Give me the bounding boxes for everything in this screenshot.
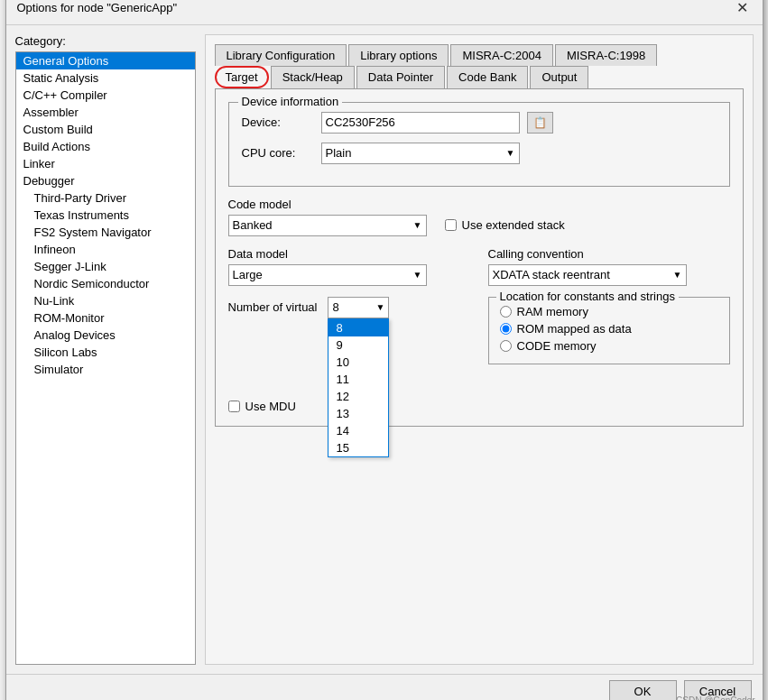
sidebar-item-nu-link[interactable]: Nu-Link — [16, 292, 195, 309]
num-virtual-row: Number of virtual 8 ▼ 8 9 10 — [228, 297, 470, 318]
device-browse-button[interactable]: 📋 — [527, 112, 553, 134]
radio-rom-label: ROM mapped as data — [517, 322, 632, 336]
sidebar-item-nordic-semiconductor[interactable]: Nordic Semiconductor — [16, 275, 195, 292]
dialog-footer: OK Cancel — [6, 674, 763, 701]
num-virtual-dropdown-container: 8 ▼ 8 9 10 11 12 13 14 — [328, 297, 389, 318]
use-extended-stack-row: Use extended stack — [445, 218, 565, 232]
radio-code-row: CODE memory — [500, 339, 718, 353]
tab2-stack/heap[interactable]: Stack/Heap — [271, 66, 355, 88]
location-legend: Location for constants and strings — [496, 290, 679, 303]
virtual-location-row: Number of virtual 8 ▼ 8 9 10 — [228, 297, 730, 413]
category-label: Category: — [15, 34, 196, 48]
dialog-body: Category: General OptionsStatic Analysis… — [6, 25, 763, 674]
sidebar-item-linker[interactable]: Linker — [16, 155, 195, 172]
sidebar-item-analog-devices[interactable]: Analog Devices — [16, 327, 195, 344]
watermark: CSDN @GenCoder — [676, 695, 754, 701]
tab2-code-bank[interactable]: Code Bank — [447, 66, 528, 88]
radio-ram-label: RAM memory — [517, 305, 588, 318]
sidebar-item-texas-instruments[interactable]: Texas Instruments — [16, 207, 195, 224]
sidebar: Category: General OptionsStatic Analysis… — [15, 34, 196, 665]
data-model-label: Data model — [228, 247, 470, 261]
num-virtual-list: 8 9 10 11 12 13 14 15 — [328, 318, 389, 457]
calling-conv-dropdown[interactable]: XDATA stack reentrant ▼ — [488, 264, 687, 286]
use-extended-stack-label: Use extended stack — [462, 218, 565, 232]
tab2-data-pointer[interactable]: Data Pointer — [356, 66, 445, 88]
tab-content: Device information Device: 📋 CPU core: P… — [215, 88, 744, 427]
sidebar-item-simulator[interactable]: Simulator — [16, 361, 195, 378]
code-model-label: Code model — [228, 198, 730, 211]
sidebar-list: General OptionsStatic AnalysisC/C++ Comp… — [15, 51, 196, 665]
sidebar-item-silicon-labs[interactable]: Silicon Labs — [16, 344, 195, 361]
tab-library-configuration[interactable]: Library Configuration — [215, 44, 347, 66]
sidebar-item-build-actions[interactable]: Build Actions — [16, 138, 195, 155]
calling-conv-arrow: ▼ — [673, 270, 682, 280]
cpu-core-field-row: CPU core: Plain ▼ — [242, 143, 717, 164]
sidebar-item-static-analysis[interactable]: Static Analysis — [16, 69, 195, 87]
device-info-legend: Device information — [238, 95, 343, 108]
location-section: Location for constants and strings RAM m… — [488, 297, 730, 373]
cpu-core-label: CPU core: — [242, 146, 314, 160]
radio-code-label: CODE memory — [517, 339, 597, 353]
sidebar-item-infineon[interactable]: Infineon — [16, 241, 195, 258]
num-virtual-arrow: ▼ — [376, 302, 385, 312]
radio-ram[interactable] — [500, 306, 512, 318]
sidebar-item-rom-monitor[interactable]: ROM-Monitor — [16, 309, 195, 327]
ok-button[interactable]: OK — [609, 680, 677, 701]
dialog-title: Options for node "GenericApp" — [17, 1, 178, 14]
device-field-row: Device: 📋 — [242, 112, 717, 134]
options-dialog: Options for node "GenericApp" ✕ Category… — [5, 0, 763, 700]
data-model-dropdown[interactable]: Large ▼ — [228, 264, 427, 286]
data-model-arrow: ▼ — [413, 270, 422, 280]
list-item-10[interactable]: 10 — [328, 354, 388, 371]
title-bar: Options for node "GenericApp" ✕ — [6, 0, 763, 25]
main-panel: Library ConfigurationLibrary optionsMISR… — [205, 34, 754, 665]
cpu-core-arrow: ▼ — [506, 148, 515, 158]
data-calling-row: Data model Large ▼ Calling convention XD… — [228, 247, 730, 286]
use-mdu-label: Use MDU — [245, 400, 296, 413]
close-button[interactable]: ✕ — [734, 0, 752, 17]
num-virtual-label: Number of virtual — [228, 300, 318, 314]
list-item-14[interactable]: 14 — [328, 422, 388, 439]
list-item-11[interactable]: 11 — [328, 371, 388, 388]
radio-rom[interactable] — [500, 323, 512, 335]
sidebar-item-assembler[interactable]: Assembler — [16, 104, 195, 121]
sidebar-item-custom-build[interactable]: Custom Build — [16, 121, 195, 138]
location-box: Location for constants and strings RAM m… — [488, 297, 730, 364]
tab-misra-c-2004[interactable]: MISRA-C:2004 — [450, 44, 552, 66]
device-info-section: Device information Device: 📋 CPU core: P… — [228, 102, 730, 187]
use-mdu-checkbox[interactable] — [228, 401, 240, 412]
num-virtual-dropdown[interactable]: 8 ▼ — [328, 297, 389, 318]
device-input[interactable] — [321, 112, 520, 134]
code-model-row: Banked ▼ Use extended stack — [228, 215, 730, 236]
radio-code[interactable] — [500, 340, 512, 352]
cpu-core-dropdown[interactable]: Plain ▼ — [321, 143, 520, 164]
code-model-section: Code model Banked ▼ Use extended stack — [228, 198, 730, 236]
code-model-arrow: ▼ — [413, 220, 422, 230]
calling-conv-label: Calling convention — [488, 247, 730, 261]
data-model-section: Data model Large ▼ — [228, 247, 470, 286]
sidebar-item-third-party-driver[interactable]: Third-Party Driver — [16, 189, 195, 207]
radio-ram-row: RAM memory — [500, 305, 718, 318]
tab-library-options[interactable]: Library options — [348, 44, 449, 66]
sidebar-item-debugger[interactable]: Debugger — [16, 172, 195, 189]
list-item-15[interactable]: 15 — [328, 439, 388, 456]
tab-misra-c-1998[interactable]: MISRA-C:1998 — [555, 44, 657, 66]
sidebar-item-fs2-system-navigator[interactable]: FS2 System Navigator — [16, 224, 195, 241]
list-item-9[interactable]: 9 — [328, 336, 388, 354]
list-item-8[interactable]: 8 — [328, 319, 388, 336]
list-item-13[interactable]: 13 — [328, 405, 388, 422]
code-model-dropdown[interactable]: Banked ▼ — [228, 215, 427, 236]
tab2-target[interactable]: Target — [215, 66, 269, 88]
sidebar-item-segger-j-link[interactable]: Segger J-Link — [16, 258, 195, 275]
list-item-12[interactable]: 12 — [328, 388, 388, 405]
tabs-row2: TargetStack/HeapData PointerCode BankOut… — [215, 66, 744, 88]
sidebar-item-c/c++-compiler[interactable]: C/C++ Compiler — [16, 87, 195, 104]
num-virtual-section: Number of virtual 8 ▼ 8 9 10 — [228, 297, 470, 413]
radio-rom-row: ROM mapped as data — [500, 322, 718, 336]
tab2-output[interactable]: Output — [530, 66, 588, 88]
device-label: Device: — [242, 115, 314, 129]
use-extended-stack-checkbox[interactable] — [445, 219, 457, 231]
sidebar-item-general-options[interactable]: General Options — [16, 52, 195, 69]
tabs-row1: Library ConfigurationLibrary optionsMISR… — [215, 44, 744, 66]
calling-convention-section: Calling convention XDATA stack reentrant… — [488, 247, 730, 286]
